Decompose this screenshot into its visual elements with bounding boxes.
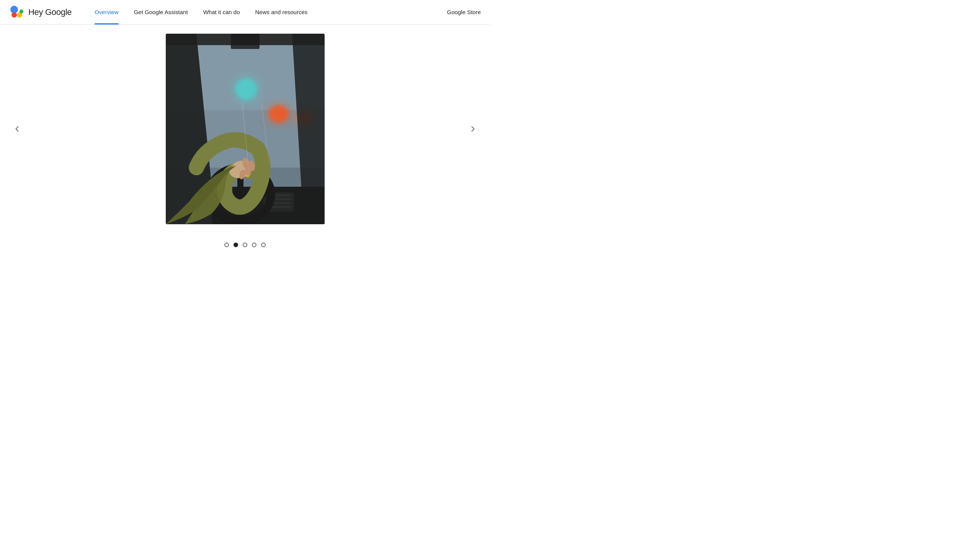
svg-point-10 xyxy=(269,106,288,122)
chevron-right-icon xyxy=(469,124,478,134)
carousel-prev-button[interactable] xyxy=(8,120,26,138)
nav-item-what-it-can-do[interactable]: What it can do xyxy=(196,0,248,24)
main-content xyxy=(0,24,490,276)
svg-point-3 xyxy=(20,10,23,13)
carousel-dot-5[interactable] xyxy=(261,243,266,247)
svg-point-1 xyxy=(11,12,17,18)
carousel-dot-3[interactable] xyxy=(243,243,247,247)
carousel-next-button[interactable] xyxy=(464,120,482,138)
svg-rect-33 xyxy=(231,34,260,49)
nav-item-overview[interactable]: Overview xyxy=(87,0,126,24)
carousel xyxy=(0,24,490,232)
car-interior-illustration xyxy=(166,34,325,224)
google-store-link[interactable]: Google Store xyxy=(447,9,481,16)
logo-text: Hey Google xyxy=(28,7,72,17)
google-logo-icon xyxy=(9,5,24,20)
chevron-left-icon xyxy=(12,124,21,134)
carousel-dots xyxy=(224,243,266,247)
carousel-image xyxy=(166,34,325,224)
nav-links: Overview Get Google Assistant What it ca… xyxy=(87,0,447,24)
navbar: Hey Google Overview Get Google Assistant… xyxy=(0,0,490,24)
svg-point-8 xyxy=(235,78,257,100)
nav-item-news-and-resources[interactable]: News and resources xyxy=(248,0,315,24)
carousel-dot-4[interactable] xyxy=(252,243,256,247)
nav-item-get-google-assistant[interactable]: Get Google Assistant xyxy=(126,0,196,24)
carousel-dot-1[interactable] xyxy=(224,243,229,247)
carousel-dot-2[interactable] xyxy=(234,243,238,247)
logo-link[interactable]: Hey Google xyxy=(9,5,72,20)
